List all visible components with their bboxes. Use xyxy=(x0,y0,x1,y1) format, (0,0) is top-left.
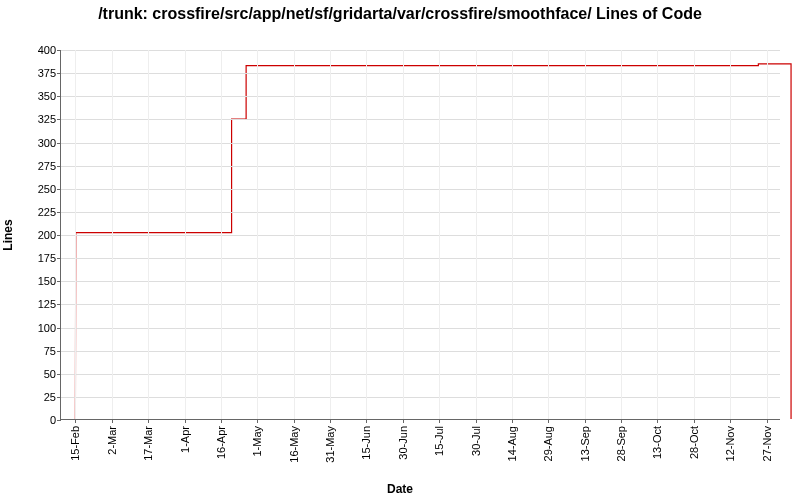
x-tick-label: 30-Jun xyxy=(397,426,409,481)
y-tick xyxy=(57,258,61,259)
y-tick-label: 375 xyxy=(16,67,56,79)
x-tick-label: 13-Sep xyxy=(579,426,591,481)
y-tick-label: 350 xyxy=(16,90,56,102)
x-tick-label: 17-Mar xyxy=(142,426,154,481)
y-grid-line xyxy=(61,397,780,398)
y-tick xyxy=(57,374,61,375)
x-tick xyxy=(548,419,549,423)
y-tick-label: 300 xyxy=(16,137,56,149)
x-tick xyxy=(694,419,695,423)
x-tick-label: 1-May xyxy=(251,426,263,481)
x-tick xyxy=(512,419,513,423)
x-tick-label: 15-Feb xyxy=(69,426,81,481)
y-grid-line xyxy=(61,166,780,167)
x-grid-line xyxy=(694,50,695,419)
y-tick xyxy=(57,166,61,167)
y-grid-line xyxy=(61,258,780,259)
y-tick-label: 25 xyxy=(16,391,56,403)
x-tick xyxy=(439,419,440,423)
x-grid-line xyxy=(730,50,731,419)
x-tick-label: 14-Aug xyxy=(506,426,518,481)
x-tick xyxy=(148,419,149,423)
x-grid-line xyxy=(75,50,76,419)
x-grid-line xyxy=(403,50,404,419)
y-tick-label: 125 xyxy=(16,298,56,310)
y-grid-line xyxy=(61,73,780,74)
x-grid-line xyxy=(548,50,549,419)
y-grid-line xyxy=(61,328,780,329)
x-tick-label: 16-Apr xyxy=(215,426,227,481)
y-tick-label: 400 xyxy=(16,44,56,56)
x-grid-line xyxy=(148,50,149,419)
y-grid-line xyxy=(61,189,780,190)
y-grid-line xyxy=(61,304,780,305)
x-grid-line xyxy=(512,50,513,419)
x-tick-label: 31-May xyxy=(324,426,336,481)
chart-container: /trunk: crossfire/src/app/net/sf/gridart… xyxy=(0,0,800,500)
y-grid-line xyxy=(61,119,780,120)
x-tick xyxy=(257,419,258,423)
x-tick-label: 15-Jun xyxy=(360,426,372,481)
x-grid-line xyxy=(476,50,477,419)
x-tick-label: 28-Oct xyxy=(688,426,700,481)
x-axis-label: Date xyxy=(0,482,800,496)
y-tick-label: 250 xyxy=(16,183,56,195)
x-grid-line xyxy=(585,50,586,419)
plot-area xyxy=(60,50,780,420)
y-tick xyxy=(57,212,61,213)
x-tick xyxy=(75,419,76,423)
y-tick xyxy=(57,420,61,421)
x-tick-label: 28-Sep xyxy=(615,426,627,481)
x-tick xyxy=(185,419,186,423)
x-tick-label: 16-May xyxy=(288,426,300,481)
y-tick xyxy=(57,73,61,74)
y-axis-label: Lines xyxy=(1,219,15,250)
x-tick xyxy=(767,419,768,423)
y-tick-label: 75 xyxy=(16,345,56,357)
x-tick-label: 2-Mar xyxy=(106,426,118,481)
x-tick-label: 15-Jul xyxy=(433,426,445,481)
y-tick xyxy=(57,304,61,305)
y-tick xyxy=(57,351,61,352)
x-tick-label: 30-Jul xyxy=(470,426,482,481)
x-grid-line xyxy=(185,50,186,419)
y-tick-label: 0 xyxy=(16,414,56,426)
y-grid-line xyxy=(61,50,780,51)
y-tick-label: 275 xyxy=(16,160,56,172)
x-tick xyxy=(330,419,331,423)
x-tick-label: 12-Nov xyxy=(724,426,736,481)
x-grid-line xyxy=(330,50,331,419)
x-tick xyxy=(657,419,658,423)
x-tick xyxy=(403,419,404,423)
y-tick xyxy=(57,235,61,236)
x-grid-line xyxy=(221,50,222,419)
x-tick xyxy=(221,419,222,423)
y-tick xyxy=(57,143,61,144)
y-tick-label: 200 xyxy=(16,229,56,241)
y-grid-line xyxy=(61,96,780,97)
y-tick xyxy=(57,281,61,282)
x-grid-line xyxy=(439,50,440,419)
x-tick xyxy=(476,419,477,423)
x-grid-line xyxy=(621,50,622,419)
x-tick xyxy=(112,419,113,423)
series-line xyxy=(75,64,791,419)
y-tick-label: 150 xyxy=(16,275,56,287)
y-tick xyxy=(57,50,61,51)
y-grid-line xyxy=(61,374,780,375)
x-tick xyxy=(585,419,586,423)
y-tick-label: 325 xyxy=(16,113,56,125)
x-tick-label: 27-Nov xyxy=(761,426,773,481)
y-grid-line xyxy=(61,235,780,236)
x-grid-line xyxy=(657,50,658,419)
x-tick-label: 29-Aug xyxy=(542,426,554,481)
x-grid-line xyxy=(366,50,367,419)
y-tick xyxy=(57,189,61,190)
y-tick xyxy=(57,397,61,398)
y-tick xyxy=(57,328,61,329)
x-tick-label: 13-Oct xyxy=(651,426,663,481)
y-tick-label: 50 xyxy=(16,368,56,380)
y-grid-line xyxy=(61,212,780,213)
x-tick xyxy=(730,419,731,423)
x-tick xyxy=(294,419,295,423)
